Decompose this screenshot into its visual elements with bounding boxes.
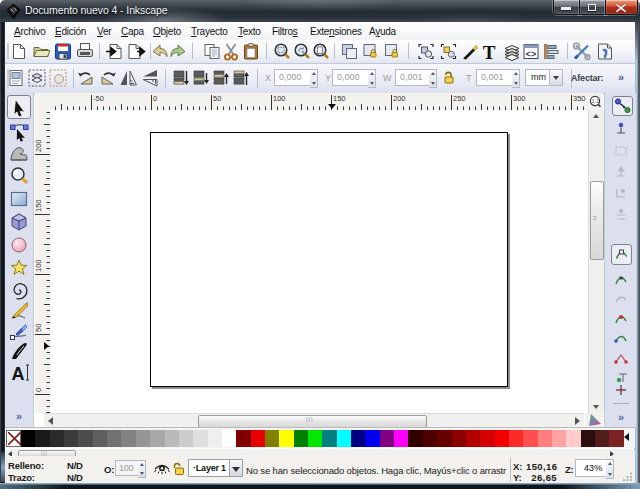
svg-text:<>: <> [526, 50, 537, 60]
svg-text:250: 250 [453, 94, 466, 103]
svg-text:100: 100 [273, 94, 286, 103]
svg-text:350: 350 [573, 94, 586, 103]
svg-text:150: 150 [35, 199, 43, 212]
svg-text:1:1: 1:1 [592, 98, 600, 104]
svg-text:A: A [12, 364, 25, 384]
svg-text:200: 200 [35, 139, 43, 152]
svg-text:50: 50 [213, 94, 221, 103]
svg-text:T: T [483, 42, 496, 63]
svg-text:300: 300 [513, 94, 526, 103]
svg-text:150: 150 [333, 94, 346, 103]
svg-text:100: 100 [35, 259, 43, 272]
svg-text:0: 0 [153, 94, 157, 103]
svg-text:0: 0 [35, 388, 43, 392]
svg-text:200: 200 [393, 94, 406, 103]
svg-text:50: 50 [35, 324, 43, 332]
svg-text:-50: -50 [93, 94, 104, 103]
